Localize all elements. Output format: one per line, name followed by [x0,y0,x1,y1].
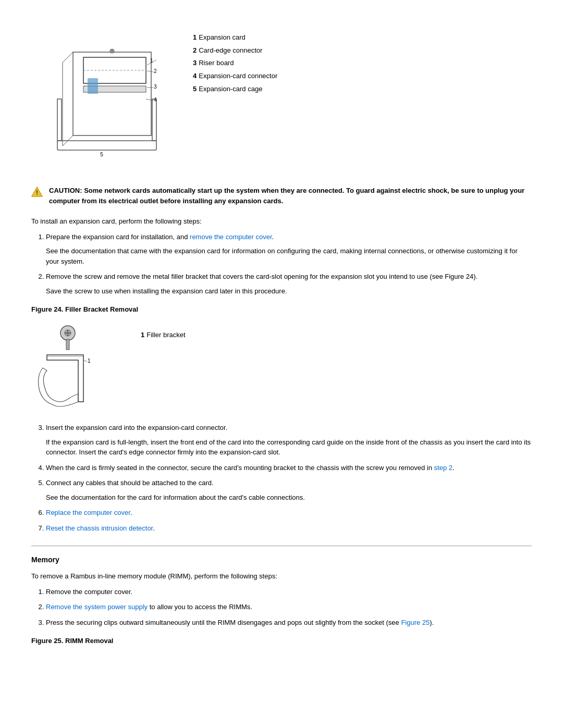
step1-text-after: . [272,233,274,241]
figure24-caption: Figure 24. Filler Bracket Removal [31,305,532,313]
step2-text: Remove the screw and remove the metal fi… [46,273,478,280]
step2-link[interactable]: step 2 [434,464,452,472]
memory-steps: Remove the computer cover. Remove the sy… [46,587,532,628]
memory-step-2: Remove the system power supply to allow … [46,602,532,612]
svg-text:1: 1 [88,358,91,364]
filler-bracket-diagram: 1 [31,318,125,412]
memory-step1-text: Remove the computer cover. [46,588,132,596]
step4-text-after: . [452,464,455,472]
filler-bracket-labels: 1Filler bracket [141,318,186,342]
step3-sub: If the expansion card is full-length, in… [46,437,532,458]
svg-text:5: 5 [100,152,103,157]
svg-line-5 [63,52,73,63]
memory-step-1: Remove the computer cover. [46,587,532,597]
memory-step-3: Press the securing clips outward simulta… [46,618,532,628]
step1-text-before: Prepare the expansion card for installat… [46,233,190,241]
install-intro: To install an expansion card, perform th… [31,216,532,227]
step-6: Replace the computer cover. [46,508,532,518]
step5-sub: See the documentation for the card for i… [46,492,532,503]
step2-sub: Save the screw to use when installing th… [46,286,532,297]
install-steps-continued: Insert the expansion card into the expan… [46,423,532,533]
svg-text:4: 4 [154,97,157,103]
memory-step2-text-after: to allow you to access the RIMMs. [148,603,252,611]
reset-chassis-link[interactable]: Reset the chassis intrusion detector [46,524,153,532]
step-3: Insert the expansion card into the expan… [46,423,532,458]
svg-text:3: 3 [154,84,157,90]
expansion-card-svg: 5 1 2 3 4 [31,21,177,172]
memory-intro: To remove a Rambus in-line memory module… [31,571,532,582]
figure25-link[interactable]: Figure 25 [401,619,430,626]
replace-computer-cover-link[interactable]: Replace the computer cover [46,509,130,516]
svg-rect-29 [66,339,69,350]
step4-text-before: When the card is firmly seated in the co… [46,464,434,472]
step7-period: . [153,524,155,532]
caution-box: ! CAUTION: Some network cards automatica… [31,184,532,207]
remove-system-power-link[interactable]: Remove the system power supply [46,603,148,611]
step-1: Prepare the expansion card for installat… [46,232,532,267]
expansion-card-figure: 5 1 2 3 4 [31,21,532,172]
svg-line-33 [83,360,87,362]
filler-bracket-figure: 1 1Filler bracket [31,318,532,412]
expansion-card-labels: 1Expansion card 2Card-edge connector 3Ri… [193,21,277,95]
expansion-card-diagram: 5 1 2 3 4 [31,21,177,172]
label-2: 2Card-edge connector [193,44,277,57]
memory-step3-text-after: ). [430,619,434,626]
filler-label-1: 1Filler bracket [141,329,186,342]
memory-step3-text-before: Press the securing clips outward simulta… [46,619,401,626]
svg-rect-2 [152,99,156,141]
figure25-caption: Figure 25. RIMM Removal [31,637,532,645]
step-7: Reset the chassis intrusion detector. [46,523,532,534]
svg-rect-19 [88,78,98,94]
svg-rect-0 [57,141,156,150]
svg-marker-4 [73,52,151,135]
label-5: 5Expansion-card cage [193,83,277,96]
filler-bracket-svg: 1 [31,318,125,412]
step-5: Connect any cables that should be attach… [46,478,532,502]
label-3: 3Riser board [193,57,277,70]
memory-section-title: Memory [31,556,532,564]
step-4: When the card is firmly seated in the co… [46,463,532,473]
svg-rect-1 [57,99,62,141]
caution-icon: ! [31,186,43,198]
remove-computer-cover-link[interactable]: remove the computer cover [190,233,272,241]
label-1: 1Expansion card [193,31,277,44]
caution-text: CAUTION: Some network cards automaticall… [49,186,532,206]
step5-text: Connect any cables that should be attach… [46,479,214,487]
svg-line-13 [147,71,153,72]
svg-text:!: ! [36,189,38,196]
step1-sub: See the documentation that came with the… [46,246,532,266]
label-4: 4Expansion-card connector [193,70,277,83]
section-divider [31,546,532,546]
step6-period: . [130,509,132,516]
step3-text: Insert the expansion card into the expan… [46,424,227,431]
svg-text:2: 2 [154,68,157,74]
install-steps: Prepare the expansion card for installat… [46,232,532,297]
step-2: Remove the screw and remove the metal fi… [46,272,532,296]
